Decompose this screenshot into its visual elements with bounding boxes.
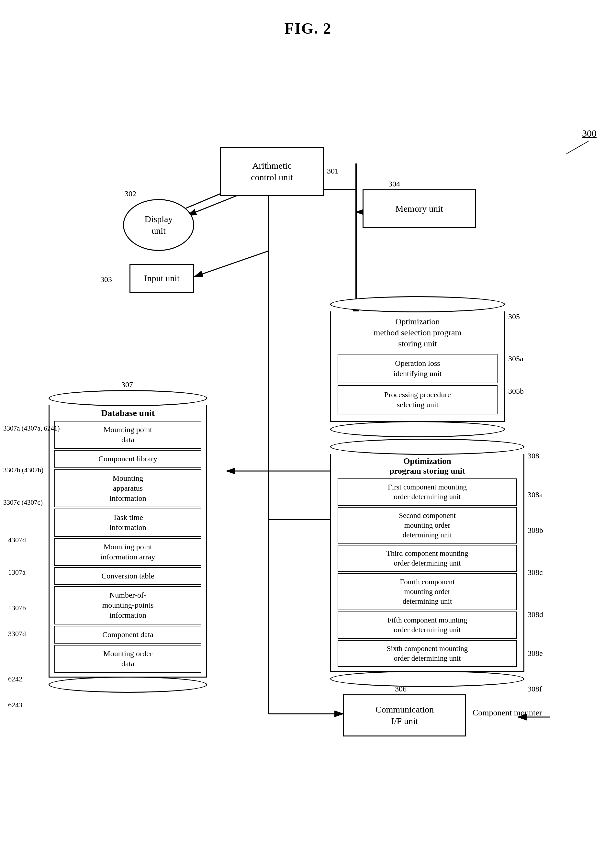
ref-6242: 6242 <box>8 675 22 684</box>
task-time-information: Task time information <box>54 509 201 536</box>
conversion-table: Conversion table <box>54 567 201 585</box>
ref-306: 306 <box>395 685 406 694</box>
sixth-component-mounting: Sixth component mounting order determini… <box>337 640 517 667</box>
second-component-mounting: Second component mounting order determin… <box>337 507 517 544</box>
ref-308b: 308b <box>528 526 543 535</box>
ref-305a: 305a <box>508 355 524 363</box>
ref-3307d: 3307d <box>8 630 26 638</box>
ref-301: 301 <box>327 167 339 176</box>
ref-308c: 308c <box>528 568 543 577</box>
component-data: Component data <box>54 626 201 644</box>
mounting-order-data: Mounting order data <box>54 645 201 673</box>
ref-308a: 308a <box>528 490 543 499</box>
component-mounter-label: Component mounter <box>472 707 542 718</box>
ref-303: 303 <box>100 275 112 284</box>
database-cylinder: Database unit Mounting point data Compon… <box>48 390 207 693</box>
ref-3307b: 3307b (4307b) <box>3 466 43 474</box>
optimization-method-cylinder: Optimization method selection program st… <box>330 296 505 437</box>
ref-6243: 6243 <box>8 701 22 709</box>
ref-302: 302 <box>125 189 136 198</box>
svg-line-16 <box>566 141 589 154</box>
number-of-mounting-points: Number-of- mounting-points information <box>54 586 201 625</box>
page-title: FIG. 2 <box>0 0 616 37</box>
third-component-mounting: Third component mounting order determini… <box>337 545 517 572</box>
ref-1307b: 1307b <box>8 604 26 612</box>
memory-unit: Memory unit <box>362 189 476 228</box>
ref-4307d: 4307d <box>8 536 26 544</box>
ref-1307a: 1307a <box>8 568 26 576</box>
ref-305: 305 <box>508 312 520 321</box>
ref-307: 307 <box>122 380 133 389</box>
ref-308f: 308f <box>528 685 542 694</box>
mounting-apparatus-information: Mounting apparatus information <box>54 469 201 508</box>
component-library: Component library <box>54 450 201 468</box>
ref-308d: 308d <box>528 610 543 619</box>
ref-3307c: 3307c (4307c) <box>3 499 43 507</box>
first-component-mounting: First component mounting order determini… <box>337 478 517 506</box>
processing-procedure-selecting: Processing procedure selecting unit <box>337 385 497 414</box>
mounting-point-info-array: Mounting point information array <box>54 538 201 566</box>
fourth-component-mounting: Fourth component mounting order determin… <box>337 573 517 610</box>
operation-loss-identifying: Operation loss identifying unit <box>337 354 497 383</box>
optimization-program-cylinder: Optimization program storing unit First … <box>330 439 524 687</box>
ref-304: 304 <box>389 180 400 188</box>
ref-3307a: 3307a (4307a, 6241) <box>3 424 60 433</box>
ref-305b: 305b <box>508 387 524 396</box>
arithmetic-control-unit: Arithmetic control unit <box>220 147 324 196</box>
ref-300: 300 <box>582 128 597 139</box>
fifth-component-mounting: Fifth component mounting order determini… <box>337 612 517 639</box>
mounting-point-data: Mounting point data <box>54 421 201 449</box>
ref-308: 308 <box>528 452 539 460</box>
ref-308e: 308e <box>528 649 543 658</box>
input-unit: Input unit <box>129 264 194 293</box>
display-unit: Display unit <box>123 199 194 251</box>
communication-if-unit: Communication I/F unit <box>343 694 466 736</box>
svg-line-6 <box>194 251 269 277</box>
